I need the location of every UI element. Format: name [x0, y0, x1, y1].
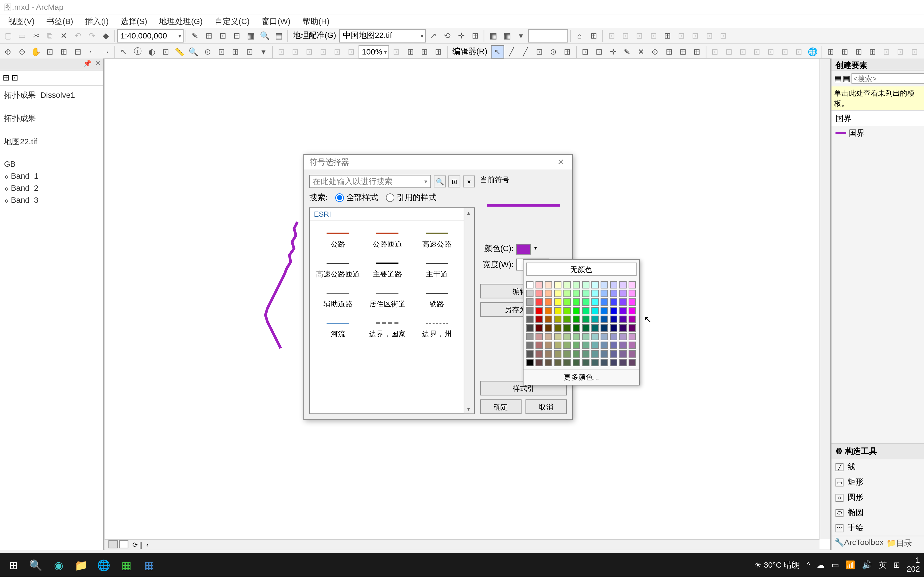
construction-tool-item[interactable]: ▭矩形	[832, 474, 924, 490]
cancel-button[interactable]: 取消	[526, 399, 567, 414]
symbol-item[interactable]: 居住区街道	[363, 285, 412, 312]
color-swatch[interactable]	[601, 307, 608, 314]
edit-tool-icon[interactable]: ⊙	[546, 45, 560, 58]
menu-item[interactable]: 视图(V)	[3, 14, 40, 28]
identify-icon[interactable]: ⓘ	[131, 45, 144, 58]
color-swatch[interactable]	[536, 298, 543, 306]
editor-toolbar-icon[interactable]: ✎	[188, 29, 202, 42]
color-swatch[interactable]	[601, 298, 608, 306]
menu-item[interactable]: 插入(I)	[80, 14, 114, 28]
template-item[interactable]: 国界	[832, 126, 924, 140]
color-swatch[interactable]	[573, 316, 580, 323]
tool-icon[interactable]: ⊡	[722, 45, 735, 58]
color-swatch[interactable]	[545, 350, 552, 358]
tool-icon[interactable]: 🌐	[806, 45, 819, 58]
ime-indicator[interactable]: 英	[879, 559, 887, 571]
color-swatch[interactable]	[610, 324, 617, 332]
redo-icon[interactable]: ↷	[85, 29, 99, 42]
catalog-icon[interactable]: ▦	[244, 29, 257, 42]
menu-item[interactable]: 帮助(H)	[297, 14, 335, 28]
menu-item[interactable]: 自定义(C)	[209, 14, 255, 28]
color-swatch[interactable]	[591, 316, 599, 323]
symbol-item[interactable]: 主要道路	[363, 255, 412, 282]
edge-icon[interactable]: ◉	[49, 556, 68, 574]
tool-icon[interactable]: ▦	[501, 29, 514, 42]
color-swatch[interactable]	[526, 333, 533, 340]
excel-icon[interactable]: ▦	[117, 556, 136, 574]
color-swatch[interactable]	[628, 359, 636, 366]
symbol-item[interactable]: 公路匝道	[363, 225, 412, 252]
color-swatch[interactable]	[601, 350, 608, 358]
no-color-button[interactable]: 无颜色	[526, 263, 636, 276]
toc-item[interactable]: GB	[2, 158, 102, 170]
color-swatch[interactable]	[582, 298, 589, 306]
edit-tool-icon[interactable]: ╱	[519, 45, 532, 58]
color-swatch[interactable]	[536, 350, 543, 358]
color-swatch[interactable]	[573, 342, 580, 349]
explorer-icon[interactable]: 📁	[72, 556, 90, 574]
color-swatch[interactable]	[610, 350, 617, 358]
color-swatch[interactable]	[573, 307, 580, 314]
filter-icon[interactable]: ▦	[843, 74, 850, 83]
color-swatch[interactable]	[526, 316, 533, 323]
tool-icon[interactable]: ⊡	[317, 45, 330, 58]
color-swatch[interactable]	[526, 342, 533, 349]
search-icon[interactable]: 🔍	[258, 29, 271, 42]
color-swatch[interactable]	[591, 342, 599, 349]
color-swatch[interactable]	[536, 290, 543, 297]
open-icon[interactable]: ▭	[15, 29, 29, 42]
close-icon[interactable]: ✕	[555, 158, 567, 167]
color-swatch[interactable]	[591, 350, 599, 358]
edit-tool-icon[interactable]: ⊡	[578, 45, 592, 58]
georef-tool-icon[interactable]: ⟲	[441, 29, 454, 42]
color-swatch[interactable]	[628, 342, 636, 349]
edit-tool-icon[interactable]: ⊡	[593, 45, 606, 58]
back-icon[interactable]: ←	[85, 45, 99, 58]
color-swatch[interactable]	[610, 281, 617, 288]
tray-icon[interactable]: ^	[806, 560, 810, 569]
menu-item[interactable]: 书签(B)	[41, 14, 78, 28]
toc-view-icons[interactable]: ⊞ ⊡	[0, 71, 103, 86]
tool-icon[interactable]: ⊡	[792, 45, 805, 58]
tool-icon[interactable]: ⊞	[418, 45, 431, 58]
symbol-item[interactable]: 高速公路	[413, 225, 461, 252]
color-swatch[interactable]	[573, 324, 580, 332]
construction-tool-item[interactable]: ⬭椭圆	[832, 505, 924, 521]
color-swatch[interactable]	[545, 307, 552, 314]
color-swatch[interactable]	[536, 307, 543, 314]
color-swatch[interactable]	[536, 342, 543, 349]
color-swatch[interactable]	[610, 307, 617, 314]
filter-icon[interactable]: ▤	[834, 74, 842, 83]
construction-tool-item[interactable]: ╱线	[832, 459, 924, 474]
wifi-icon[interactable]: 📶	[845, 560, 855, 569]
close-icon[interactable]: ✕	[95, 60, 100, 67]
tool-icon[interactable]: ⊞	[229, 45, 242, 58]
symbol-item[interactable]: 公路	[314, 225, 362, 252]
color-swatch[interactable]	[536, 324, 543, 332]
tool-icon[interactable]: ⊡	[390, 45, 403, 58]
color-swatch[interactable]	[545, 290, 552, 297]
tool-icon[interactable]: ⊡	[764, 45, 777, 58]
ref-styles-radio[interactable]: 引用的样式	[386, 192, 436, 203]
color-swatch[interactable]	[526, 290, 533, 297]
color-swatch[interactable]	[554, 281, 561, 288]
color-swatch[interactable]	[554, 324, 561, 332]
pause-icon[interactable]: ‖	[139, 541, 142, 548]
tool-icon[interactable]: ⊡	[708, 45, 722, 58]
edit-tool-icon[interactable]: ⊞	[561, 45, 574, 58]
zoom-in-icon[interactable]: ⊕	[2, 45, 15, 58]
tool-icon[interactable]: ⊞	[866, 45, 879, 58]
tray-icon[interactable]: ▭	[832, 560, 839, 569]
color-swatch[interactable]	[554, 342, 561, 349]
app-icon[interactable]: ▦	[140, 556, 158, 574]
scrollbar-horizontal[interactable]: ⟳ ‖ ‹	[105, 539, 820, 550]
start-icon[interactable]: ⊞	[4, 556, 23, 574]
color-swatch[interactable]	[563, 359, 570, 366]
tool-icon[interactable]: ⊡	[647, 29, 660, 42]
tool-icon[interactable]: ▦	[486, 29, 500, 42]
menu-item[interactable]: 地理处理(G)	[154, 14, 208, 28]
find-icon[interactable]: 🔍	[187, 45, 200, 58]
color-swatch[interactable]	[601, 316, 608, 323]
color-swatch[interactable]	[610, 359, 617, 366]
toc-item[interactable]: ⬦ Band_3	[2, 194, 102, 206]
